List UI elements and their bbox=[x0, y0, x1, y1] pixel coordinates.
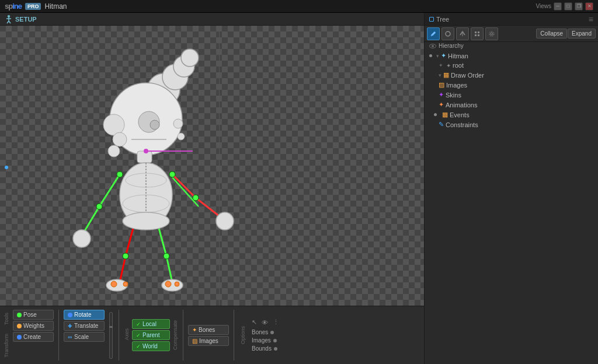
svg-point-34 bbox=[123, 282, 128, 286]
tree-section-header: Hierarchy bbox=[425, 42, 598, 50]
parent-button[interactable]: ✓ Parent bbox=[132, 330, 170, 340]
svg-point-51 bbox=[446, 32, 450, 36]
options-menu-icon[interactable]: ⋮ bbox=[273, 318, 279, 326]
viewport-header: SETUP bbox=[0, 13, 424, 26]
svg-point-16 bbox=[173, 119, 183, 128]
images-tree-icon: ▨ bbox=[439, 81, 444, 89]
hierarchy-label: Hierarchy bbox=[439, 43, 464, 49]
expand-button[interactable]: Expand bbox=[568, 29, 596, 38]
character-svg bbox=[23, 37, 269, 306]
create-button[interactable]: Create bbox=[13, 332, 54, 342]
setup-mode-text: SETUP bbox=[15, 16, 37, 23]
animations-icon: ✦ bbox=[439, 101, 444, 108]
separator-3 bbox=[183, 310, 183, 360]
local-button[interactable]: ✓ Local bbox=[132, 319, 170, 329]
scale-icon: ⇔ bbox=[68, 334, 72, 340]
toolbar-pencil-button[interactable] bbox=[427, 27, 440, 40]
separator-1 bbox=[58, 310, 59, 360]
svg-point-8 bbox=[181, 49, 199, 66]
pencil-icon bbox=[430, 30, 437, 37]
rotate-button[interactable]: Rotate bbox=[64, 310, 105, 320]
bones-options-label: Bones bbox=[252, 329, 268, 335]
panel-toolbar: Collapse Expand bbox=[425, 26, 598, 42]
options-rows: ↖ 👁 ⋮ Bones Images Bounds bbox=[247, 309, 284, 362]
images-options-row: Images bbox=[252, 337, 279, 344]
minimize-button[interactable]: ─ bbox=[554, 2, 562, 10]
slider-strip bbox=[107, 309, 115, 362]
constraints-icon: ✎ bbox=[439, 121, 444, 128]
options-icons-row: ↖ 👁 ⋮ bbox=[252, 318, 279, 326]
restore-button[interactable]: □ bbox=[564, 2, 572, 10]
images-button[interactable]: ▨ Images bbox=[188, 336, 229, 346]
tree-item-constraints[interactable]: ✎ Constraints bbox=[425, 120, 598, 130]
svg-line-20 bbox=[99, 174, 120, 206]
tree-item-images[interactable]: ▨ Images bbox=[425, 80, 598, 90]
local-check-icon: ✓ bbox=[136, 321, 141, 327]
svg-point-22 bbox=[73, 230, 91, 247]
viewport-canvas[interactable] bbox=[0, 26, 424, 306]
draw-order-arrow: ▾ bbox=[439, 72, 441, 78]
translate-button[interactable]: ✚ Translate bbox=[64, 321, 105, 331]
toolbar-grid-button[interactable] bbox=[471, 27, 484, 40]
svg-point-40 bbox=[193, 195, 199, 201]
bounds-options-row: Bounds bbox=[252, 345, 279, 352]
pose-button[interactable]: Pose bbox=[13, 310, 54, 320]
svg-line-30 bbox=[166, 256, 172, 282]
separator-4 bbox=[234, 310, 234, 360]
svg-point-25 bbox=[216, 212, 234, 230]
title-bar-right: Views ─ □ ❐ ✕ bbox=[536, 2, 594, 10]
bones-dot bbox=[270, 331, 274, 334]
root-icon: ✦ bbox=[446, 62, 451, 69]
svg-point-42 bbox=[123, 253, 128, 259]
eye-options-icon[interactable]: 👁 bbox=[262, 319, 268, 326]
tree-panel-icon bbox=[429, 17, 434, 22]
toolbar-circle-button[interactable] bbox=[441, 27, 454, 40]
images-tree-label: Images bbox=[446, 82, 467, 89]
maximize-button[interactable]: ❐ bbox=[575, 2, 583, 10]
toolbar-edit-button[interactable] bbox=[456, 27, 469, 40]
world-button[interactable]: ✓ World bbox=[132, 341, 170, 351]
skins-icon: ✦ bbox=[439, 91, 444, 99]
tree-item-draw-order[interactable]: ▾ ▦ Draw Order bbox=[425, 70, 598, 80]
svg-point-10 bbox=[103, 114, 124, 135]
create-icon bbox=[17, 335, 22, 340]
bones-button[interactable]: ✦ Bones bbox=[188, 325, 229, 335]
panel-menu-button[interactable]: ≡ bbox=[589, 15, 593, 24]
axes-buttons: ✓ Local ✓ Parent ✓ World bbox=[132, 309, 170, 362]
tree-item-events[interactable]: ▦ Events bbox=[425, 110, 598, 120]
collapse-button[interactable]: Collapse bbox=[536, 29, 567, 38]
images-options-label: Images bbox=[252, 337, 271, 344]
character-area bbox=[0, 26, 424, 306]
title-bar-left: spine PRO Hitman bbox=[5, 2, 67, 10]
svg-rect-56 bbox=[478, 34, 479, 36]
edit-icon bbox=[459, 30, 466, 37]
svg-point-37 bbox=[117, 172, 123, 177]
bounds-dot bbox=[274, 347, 277, 351]
tree-item-skins[interactable]: ✦ Skins bbox=[425, 90, 598, 100]
scale-slider[interactable] bbox=[109, 312, 113, 359]
events-icon: ▦ bbox=[442, 111, 448, 118]
tree-item-hitman[interactable]: ▾ ✦ Hitman bbox=[425, 51, 598, 61]
pose-icon bbox=[17, 313, 22, 317]
tools-label: Tools bbox=[4, 313, 9, 325]
transform-label: Transform bbox=[4, 334, 9, 358]
tree-item-animations[interactable]: ✦ Animations bbox=[425, 100, 598, 110]
scale-button[interactable]: ⇔ Scale bbox=[64, 332, 105, 342]
draw-order-icon: ▦ bbox=[443, 71, 449, 79]
svg-point-50 bbox=[123, 212, 169, 230]
tree-content: ▾ ✦ Hitman ✦ ✦ root ▾ ▦ Draw Order ▨ Ima… bbox=[425, 50, 598, 364]
svg-line-28 bbox=[120, 256, 126, 282]
svg-point-32 bbox=[162, 279, 183, 291]
toolbar-gear-button[interactable] bbox=[485, 27, 498, 40]
parent-check-icon: ✓ bbox=[136, 332, 141, 338]
close-button[interactable]: ✕ bbox=[585, 2, 593, 10]
svg-point-12 bbox=[108, 145, 120, 157]
weights-button[interactable]: Weights bbox=[13, 321, 54, 331]
svg-point-0 bbox=[8, 15, 10, 18]
rotate-icon bbox=[68, 313, 72, 317]
tree-item-root[interactable]: ✦ ✦ root bbox=[425, 61, 598, 70]
axes-section: Axes bbox=[123, 309, 131, 362]
hitman-dot bbox=[429, 54, 432, 57]
cursor-icon[interactable]: ↖ bbox=[252, 318, 257, 326]
bones-icon: ✦ bbox=[192, 327, 197, 333]
